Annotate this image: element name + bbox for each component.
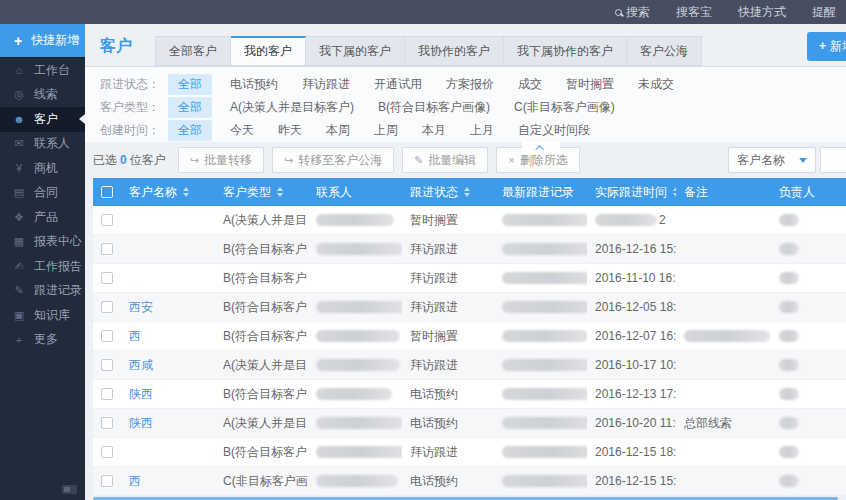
topbar-item-label: 搜索	[626, 4, 650, 21]
row-checkbox[interactable]	[101, 446, 113, 458]
customer-name-link[interactable]: 西	[129, 473, 207, 490]
new-customer-button[interactable]: +新增	[807, 32, 846, 61]
sidebar-item-label: 联系人	[34, 135, 70, 152]
redacted-time	[595, 214, 657, 226]
transfer-to-public-sea-button[interactable]: ↪转移至客户公海	[272, 147, 394, 173]
contract-icon: ▤	[12, 186, 26, 199]
sidebar-item-customers[interactable]: ☻客户	[0, 107, 85, 132]
tab-all-customers[interactable]: 全部客户	[155, 36, 231, 66]
filter-option[interactable]: A(决策人并是目标客户)	[230, 99, 354, 116]
sidebar-item-leads[interactable]: ◎线索	[0, 83, 85, 108]
column-header-customer-type[interactable]: 客户类型	[215, 178, 308, 206]
cell-followup-status: 拜访跟进	[402, 438, 494, 466]
filter-option[interactable]: 拜访跟进	[302, 76, 350, 93]
sidebar-item-work-reports[interactable]: ✍工作报告	[0, 254, 85, 279]
sidebar-collapse-button[interactable]	[62, 485, 77, 494]
column-header-select-all[interactable]	[93, 178, 121, 206]
customer-name-link[interactable]	[129, 446, 207, 459]
row-checkbox[interactable]	[101, 417, 113, 429]
topbar-item-soukebao[interactable]: 搜客宝	[676, 4, 712, 21]
topbar-item-reminder[interactable]: 提醒	[812, 4, 836, 21]
redacted-customer-name	[129, 214, 207, 227]
customer-name-link[interactable]: 西咸	[129, 357, 207, 374]
column-label: 客户名称	[129, 184, 177, 201]
cell-followup-time: 2016-12-16 15:56	[587, 235, 676, 263]
filter-option[interactable]: 开通试用	[374, 76, 422, 93]
filter-option[interactable]: B(符合目标客户画像)	[378, 99, 490, 116]
sidebar-item-opportunities[interactable]: ¥商机	[0, 156, 85, 181]
column-label: 跟进状态	[410, 184, 458, 201]
tab-subordinate-collaborating-customers[interactable]: 我下属协作的客户	[504, 36, 627, 66]
column-label: 联系人	[316, 184, 352, 201]
row-checkbox[interactable]	[101, 272, 113, 284]
batch-edit-button[interactable]: ✎批量编辑	[402, 147, 488, 173]
filter-option[interactable]: 全部	[168, 97, 212, 118]
row-checkbox[interactable]	[101, 330, 113, 342]
sidebar-item-knowledge-base[interactable]: ▣知识库	[0, 303, 85, 328]
customer-name-link[interactable]: 陕西	[129, 386, 207, 403]
redacted-owner	[779, 446, 799, 458]
row-checkbox[interactable]	[101, 214, 113, 226]
plus-icon: +	[819, 39, 826, 53]
topbar-item-search[interactable]: 搜索	[615, 4, 650, 21]
customer-name-link[interactable]	[129, 243, 207, 256]
filter-option[interactable]: 成交	[518, 76, 542, 93]
filter-option[interactable]: 本月	[422, 122, 446, 139]
sort-icon[interactable]	[183, 187, 189, 197]
row-checkbox[interactable]	[101, 243, 113, 255]
tab-customer-public-sea[interactable]: 客户公海	[627, 36, 702, 66]
filter-option[interactable]: 上月	[470, 122, 494, 139]
filter-option[interactable]: 自定义时间段	[518, 122, 590, 139]
sort-up-arrow	[277, 187, 283, 191]
sidebar-item-contacts[interactable]: ✉联系人	[0, 132, 85, 157]
filter-option[interactable]: 上周	[374, 122, 398, 139]
sidebar-item-followup-records[interactable]: ✎跟进记录	[0, 279, 85, 304]
tab-my-customers[interactable]: 我的客户	[231, 36, 306, 66]
filter-option[interactable]: 全部	[168, 120, 212, 141]
filter-option[interactable]: 昨天	[278, 122, 302, 139]
cell-customer-type: A(决策人并是目...	[215, 206, 308, 234]
topbar-item-shortcut[interactable]: 快捷方式	[738, 4, 786, 21]
filter-option[interactable]: 今天	[230, 122, 254, 139]
sidebar-item-report-center[interactable]: ▦报表中心	[0, 230, 85, 255]
column-header-followup-status[interactable]: 跟进状态	[402, 178, 494, 206]
sidebar-item-contracts[interactable]: ▤合同	[0, 181, 85, 206]
topbar-item-label: 搜客宝	[676, 4, 712, 21]
filter-option[interactable]: C(非目标客户画像)	[514, 99, 615, 116]
more-icon: +	[12, 334, 26, 346]
contacts-icon: ✉	[12, 137, 26, 150]
sort-icon[interactable]	[277, 187, 283, 197]
row-checkbox[interactable]	[101, 475, 113, 487]
tab-subordinate-customers[interactable]: 我下属的客户	[306, 36, 405, 66]
select-all-checkbox[interactable]	[101, 186, 113, 198]
chevron-up-icon	[535, 145, 543, 153]
quick-add-button[interactable]: + 快捷新增	[0, 24, 85, 58]
search-field-select[interactable]: 客户名称	[728, 147, 816, 173]
row-checkbox[interactable]	[101, 388, 113, 400]
filter-collapse-button[interactable]	[522, 142, 560, 154]
filter-option[interactable]: 暂时搁置	[566, 76, 614, 93]
filter-option[interactable]: 全部	[168, 74, 212, 95]
filter-option[interactable]: 未成交	[638, 76, 674, 93]
sidebar-item-products[interactable]: ❖产品	[0, 205, 85, 230]
column-header-actual-followup-time[interactable]: 实际跟进时间	[587, 178, 676, 206]
tab-collaborating-customers[interactable]: 我协作的客户	[405, 36, 504, 66]
filter-option[interactable]: 本周	[326, 122, 350, 139]
customer-name-link[interactable]: 陕西	[129, 415, 207, 432]
row-checkbox[interactable]	[101, 301, 113, 313]
sidebar-item-workbench[interactable]: ⌂工作台	[0, 58, 85, 83]
customer-name-link[interactable]	[129, 272, 207, 285]
batch-transfer-button[interactable]: ↪批量转移	[178, 147, 264, 173]
row-checkbox[interactable]	[101, 359, 113, 371]
sort-icon[interactable]	[464, 187, 470, 197]
customer-name-link[interactable]	[129, 214, 207, 227]
column-header-owner: 负责人	[771, 178, 846, 206]
sidebar-item-more[interactable]: +更多	[0, 328, 85, 353]
column-header-customer-name[interactable]: 客户名称	[121, 178, 215, 206]
customer-name-link[interactable]: 西安	[129, 299, 207, 316]
filter-option[interactable]: 电话预约	[230, 76, 278, 93]
customer-name-link[interactable]: 西	[129, 328, 203, 345]
filter-option[interactable]: 方案报价	[446, 76, 494, 93]
redacted-customer-name	[153, 301, 207, 314]
search-input[interactable]	[820, 147, 846, 173]
